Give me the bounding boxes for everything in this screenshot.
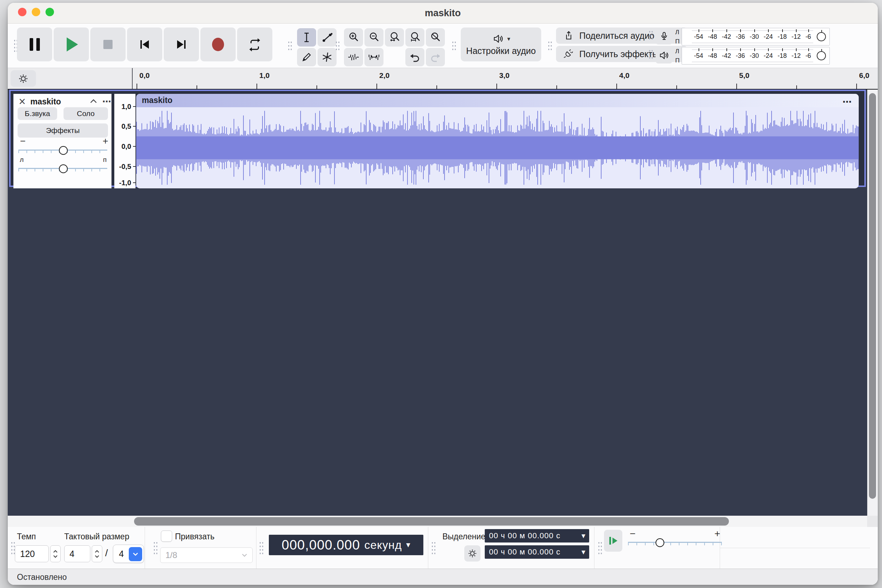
selection-end-field[interactable]: 00 ч 00 м 00.000 с ▼: [485, 545, 589, 559]
playback-meter-speaker-button[interactable]: [656, 47, 672, 63]
tempo-input[interactable]: 120: [15, 545, 49, 562]
selection-toolbar-grip[interactable]: [431, 541, 436, 555]
pan-slider-thumb[interactable]: [59, 164, 68, 173]
ruler-major-tick: [496, 84, 497, 89]
share-audio-label: Поделиться аудио: [579, 31, 654, 41]
skip-to-end-button[interactable]: [164, 27, 199, 62]
snapping-toolbar-grip[interactable]: [153, 541, 158, 555]
selection-start-caret[interactable]: ▼: [581, 533, 586, 538]
meter-scale-label: -12: [791, 33, 801, 40]
zoom-in-button[interactable]: [344, 28, 363, 46]
timeline-ruler[interactable]: 0,01,02,03,04,05,06,0: [8, 68, 878, 90]
track-menu-button[interactable]: …: [102, 94, 112, 104]
trim-outside-selection-button[interactable]: [344, 48, 363, 66]
time-signature-numerator-input[interactable]: 4: [64, 545, 90, 562]
recording-meter-grip[interactable]: [648, 30, 653, 40]
waveform-canvas[interactable]: [136, 107, 859, 188]
selection-options-button[interactable]: [464, 545, 480, 561]
horizontal-scrollbar[interactable]: [8, 516, 867, 527]
ruler-major-tick: [136, 84, 137, 89]
zoom-out-button[interactable]: [364, 28, 384, 46]
ruler-minor-tick: [436, 86, 437, 89]
vertical-scale-label: -0,5: [119, 163, 131, 171]
silence-selection-button[interactable]: [364, 48, 384, 66]
playback-meter[interactable]: -54-48-42-36-30-24-18-12-6: [682, 47, 830, 64]
stop-button[interactable]: [90, 27, 126, 62]
mute-button[interactable]: Б.звука: [18, 107, 57, 120]
snap-interval-select[interactable]: 1/8: [160, 548, 253, 563]
tempo-stepper[interactable]: [50, 545, 61, 562]
playback-meter-left-label: Л: [675, 48, 682, 54]
playback-meter-grip[interactable]: [648, 49, 653, 60]
silence-audio-icon: [368, 51, 380, 63]
clip-header[interactable]: maskito …: [136, 94, 859, 107]
gain-slider-thumb[interactable]: [59, 146, 68, 155]
gain-slider[interactable]: [18, 146, 108, 155]
undo-icon: [409, 51, 421, 63]
time-format-caret[interactable]: ▼: [406, 542, 411, 548]
pause-icon: [30, 38, 40, 51]
track-name[interactable]: maskito: [30, 97, 61, 106]
zoom-toggle-button[interactable]: [426, 28, 445, 46]
recording-meter[interactable]: -54-48-42-36-30-24-18-12-6: [682, 28, 830, 45]
vertical-scale-label: 0,5: [122, 122, 131, 130]
selection-start-field[interactable]: 00 ч 00 м 00.000 с ▼: [485, 529, 589, 543]
speed-slider-thumb[interactable]: [656, 538, 664, 547]
recording-meter-mic-button[interactable]: [656, 28, 672, 45]
effects-button[interactable]: Эффекты: [18, 123, 108, 138]
vertical-scrollbar[interactable]: [867, 90, 878, 516]
timeline-options-button[interactable]: [10, 70, 36, 87]
meter-scale-label: -48: [708, 33, 717, 40]
envelope-tool-button[interactable]: [318, 28, 337, 46]
solo-button[interactable]: Соло: [63, 107, 108, 120]
play-button[interactable]: [54, 27, 89, 62]
draw-tool-button[interactable]: [297, 48, 316, 66]
close-track-button[interactable]: ×: [18, 96, 26, 106]
play-speed-slider[interactable]: [627, 538, 723, 548]
redo-button[interactable]: [426, 48, 445, 66]
time-display[interactable]: 000,000.000 секунд ▼: [269, 535, 423, 555]
clip-menu-button[interactable]: …: [843, 94, 852, 105]
loop-button[interactable]: [237, 27, 272, 62]
select-chevron-button[interactable]: [129, 547, 142, 561]
clip-title: maskito: [142, 96, 172, 105]
status-text: Остановлено: [17, 573, 67, 582]
time-toolbar-grip[interactable]: [259, 541, 264, 555]
vertical-scrollbar-thumb[interactable]: [869, 93, 876, 499]
audio-clip[interactable]: maskito …: [136, 94, 859, 188]
undo-button[interactable]: [405, 48, 424, 66]
multi-tool-button[interactable]: [318, 48, 337, 66]
fit-project-button[interactable]: [405, 28, 424, 46]
speaker-icon: [658, 50, 669, 61]
selected-track[interactable]: × maskito … Б.звука Соло Эффекты − + л п: [9, 90, 866, 187]
toolbar-separator: [594, 527, 594, 568]
horizontal-scrollbar-thumb[interactable]: [134, 517, 729, 526]
tools-toolbar-grip[interactable]: [288, 40, 292, 51]
audio-setup-button[interactable]: ▾ Настройки аудио: [461, 27, 541, 62]
vertical-scale-ruler[interactable]: 1,00,50,0-0,5-1,0: [114, 94, 135, 188]
top-toolbar-dock: ▾ Настройки аудио Поделиться аудио: [8, 24, 878, 68]
ruler-label: 0,0: [140, 71, 150, 80]
collapse-track-icon[interactable]: [90, 99, 98, 104]
envelope-icon: [321, 32, 333, 44]
snap-checkbox[interactable]: [161, 531, 172, 542]
edit-toolbar-grip[interactable]: [335, 40, 340, 51]
track-area[interactable]: × maskito … Б.звука Соло Эффекты − + л п: [8, 90, 867, 516]
pan-slider[interactable]: [18, 164, 108, 174]
play-at-speed-icon: [608, 536, 618, 546]
audio-setup-grip[interactable]: [452, 40, 456, 51]
play-at-speed-grip[interactable]: [598, 541, 603, 555]
fit-selection-button[interactable]: [385, 28, 404, 46]
record-button[interactable]: [200, 27, 236, 62]
ruler-major-tick: [256, 84, 257, 89]
vertical-scale-tick: [133, 126, 135, 127]
play-at-speed-button[interactable]: [604, 530, 622, 552]
time-signature-denominator-select[interactable]: 4: [113, 544, 144, 563]
skip-to-start-button[interactable]: [127, 27, 162, 62]
share-toolbar-grip[interactable]: [548, 40, 552, 51]
selection-end-caret[interactable]: ▼: [581, 549, 586, 555]
meter-scale-label: -36: [736, 33, 745, 40]
pause-button[interactable]: [17, 27, 52, 62]
selection-tool-button[interactable]: [297, 28, 316, 46]
time-signature-stepper[interactable]: [92, 545, 102, 562]
